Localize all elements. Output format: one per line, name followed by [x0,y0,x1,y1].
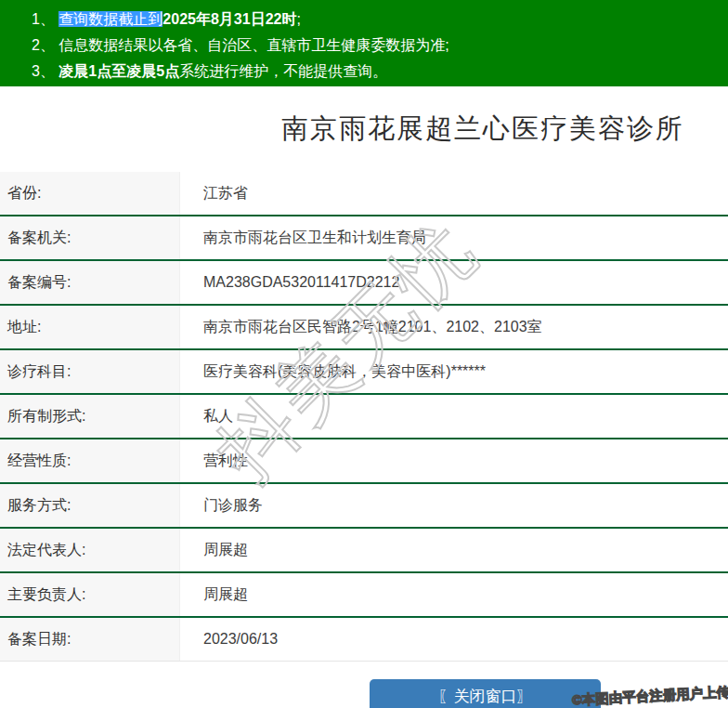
table-row-ownership-form: 所有制形式: 私人 [0,395,728,439]
table-row-business-nature: 经营性质: 营利性 [0,439,728,484]
row-value: 江苏省 [180,172,728,215]
notice-text: 信息数据结果以各省、自治区、直辖市卫生健康委数据为准; [58,37,448,53]
header-notice: 1、 查询数据截止到2025年8月31日22时; 2、 信息数据结果以各省、自治… [0,0,728,86]
notice-punctuation: ; [296,11,300,27]
table-row-province: 省份: 江苏省 [0,172,728,216]
table-row-address: 地址: 南京市雨花台区民智路2号1幢2101、2102、2103室 [0,306,728,350]
table-row-filing-date: 备案日期: 2023/06/13 [0,618,728,662]
row-label: 服务方式: [0,484,180,527]
row-value: 私人 [180,395,728,438]
notice-bold-maintenance: 凌晨1点至凌晨5点 [58,63,179,79]
notice-text: 系统进行维护，不能提供查询。 [179,63,387,79]
row-label: 经营性质: [0,439,180,482]
row-value: 周展超 [180,573,728,616]
row-value: 南京市雨花台区卫生和计划生育局 [180,216,728,259]
row-value: 南京市雨花台区民智路2号1幢2101、2102、2103室 [180,306,728,348]
close-window-button-label: 〖关闭窗口〗 [438,686,533,707]
row-label: 所有制形式: [0,395,180,438]
row-label: 备案机关: [0,216,180,259]
notice-number: 1、 [32,11,58,27]
row-label: 主要负责人: [0,573,180,616]
row-label: 省份: [0,172,180,215]
table-row-main-person-in-charge: 主要负责人: 周展超 [0,573,728,618]
table-row-legal-representative: 法定代表人: 周展超 [0,529,728,573]
row-label: 地址: [0,306,180,348]
table-row-service-mode: 服务方式: 门诊服务 [0,484,728,529]
notice-line-3: 3、 凌晨1点至凌晨5点系统进行维护，不能提供查询。 [32,59,719,85]
row-value: 周展超 [180,529,728,571]
row-value: 医疗美容科(美容皮肤科，美容中医科)****** [180,350,728,393]
title-area: 南京雨花展超兰心医疗美容诊所 [119,86,728,172]
notice-line-1: 1、 查询数据截止到2025年8月31日22时; [32,7,719,33]
row-value: 营利性 [180,439,728,482]
notice-bold-date: 2025年8月31日22时 [162,11,296,27]
row-value: MA238GDA532011417D2212 [180,261,728,304]
row-value: 门诊服务 [180,484,728,527]
page-title: 南京雨花展超兰心医疗美容诊所 [281,111,684,148]
row-label: 法定代表人: [0,529,180,571]
notice-number: 2、 [32,37,58,53]
table-row-treatment-subjects: 诊疗科目: 医疗美容科(美容皮肤科，美容中医科)****** [0,350,728,395]
notice-line-2: 2、 信息数据结果以各省、自治区、直辖市卫生健康委数据为准; [32,33,719,59]
table-row-filing-authority: 备案机关: 南京市雨花台区卫生和计划生育局 [0,216,728,261]
row-label: 诊疗科目: [0,350,180,393]
row-label: 备案编号: [0,261,180,304]
record-info-table: 省份: 江苏省 备案机关: 南京市雨花台区卫生和计划生育局 备案编号: MA23… [0,172,728,662]
close-window-button[interactable]: 〖关闭窗口〗 [370,679,601,708]
notice-number: 3、 [32,63,58,79]
table-row-filing-number: 备案编号: MA238GDA532011417D2212 [0,261,728,306]
row-value: 2023/06/13 [180,618,728,661]
row-label: 备案日期: [0,618,180,661]
notice-selected-text: 查询数据截止到 [58,11,162,27]
